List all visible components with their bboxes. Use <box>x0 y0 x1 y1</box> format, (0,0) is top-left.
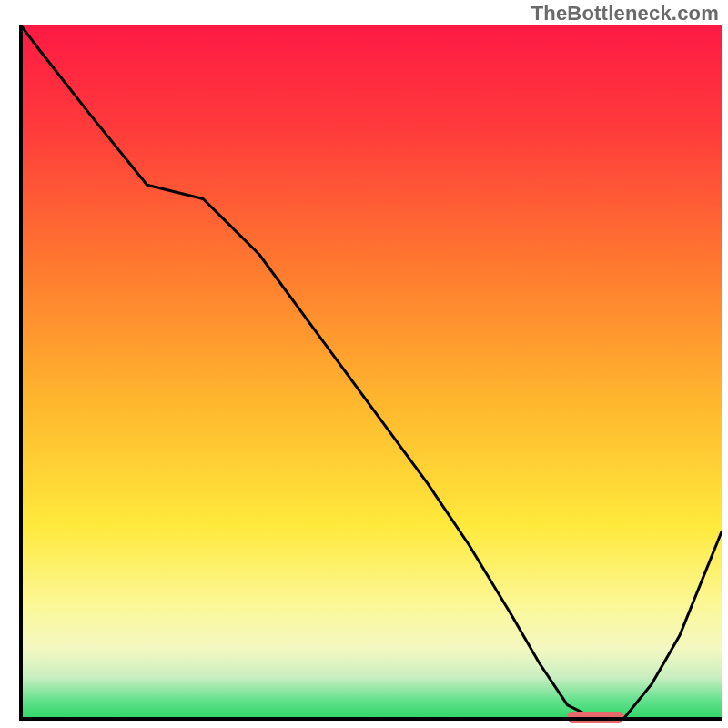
gradient-background <box>21 25 722 719</box>
bottleneck-chart <box>0 0 728 728</box>
chart-container: TheBottleneck.com <box>0 0 728 728</box>
